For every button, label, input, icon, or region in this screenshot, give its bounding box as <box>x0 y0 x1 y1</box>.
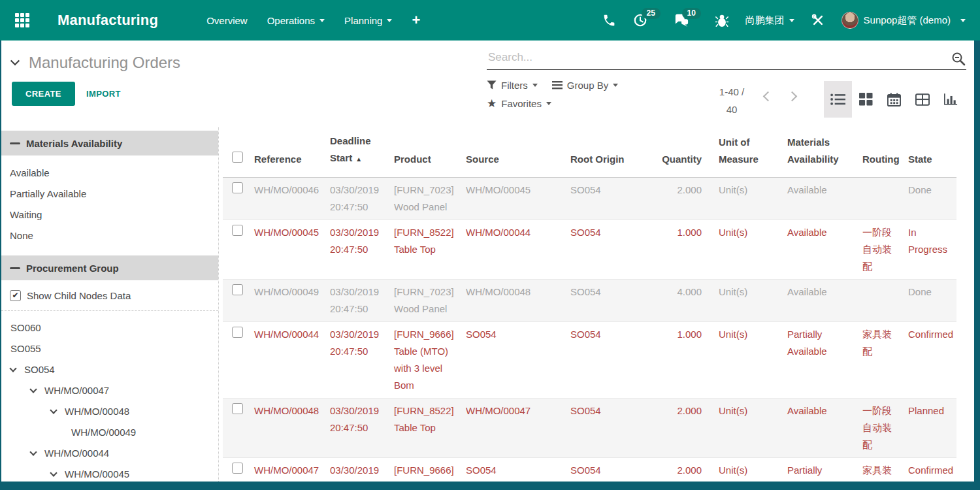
debug-button[interactable] <box>715 13 728 27</box>
tree-node[interactable]: SO055 <box>1 338 218 359</box>
cell-root_origin: SO054 <box>569 220 644 280</box>
cell-materials: Available <box>778 399 853 458</box>
column-header-deadline[interactable]: Deadline Start▲ <box>329 127 393 178</box>
show-child-nodes-checkbox-row[interactable]: ✔ Show Child Nodes Data <box>1 280 218 309</box>
technical-tools-button[interactable] <box>811 14 825 27</box>
funnel-icon <box>487 80 497 90</box>
chevron-down-icon[interactable] <box>9 365 16 372</box>
tree-node[interactable]: WH/MO/00049 <box>1 422 218 443</box>
filter-item-partially-available[interactable]: Partially Available <box>1 184 218 204</box>
pager: 1-40 / 40 <box>708 83 755 118</box>
chevron-down-icon <box>387 19 392 22</box>
tree-node[interactable]: SO060 <box>1 318 218 338</box>
menu-overview[interactable]: Overview <box>206 15 248 26</box>
table-row[interactable]: WH/MO/0004703/30/2019 20:47:50[FURN_9666… <box>223 458 956 482</box>
column-header-qty[interactable]: Quantity <box>644 127 710 178</box>
table-row[interactable]: WH/MO/0004803/30/2019 20:47:50[FURN_8522… <box>223 399 956 458</box>
column-header-source[interactable]: Source <box>465 127 569 178</box>
cell-deadline: 03/30/2019 20:47:50 <box>329 399 393 458</box>
tree-node-label: WH/MO/00049 <box>71 427 136 438</box>
cell-uom: Unit(s) <box>710 399 778 458</box>
pivot-view-icon <box>915 93 930 106</box>
voip-phone-button[interactable] <box>602 14 616 27</box>
pager-previous-button[interactable] <box>763 91 774 102</box>
section-materials-availability[interactable]: Materials Availability <box>1 131 218 155</box>
create-button[interactable]: CREATE <box>12 82 75 106</box>
tools-icon <box>811 14 825 27</box>
row-checkbox[interactable] <box>232 403 243 414</box>
view-list-button[interactable] <box>824 81 852 118</box>
tree-node[interactable]: WH/MO/00045 <box>1 464 218 482</box>
apps-grid-icon[interactable] <box>14 12 30 28</box>
cell-state: Done <box>904 280 956 322</box>
tree-node[interactable]: WH/MO/00048 <box>1 401 218 422</box>
chevron-down-icon[interactable] <box>29 448 37 455</box>
user-menu[interactable]: Sunpop超管 (demo) <box>841 12 966 29</box>
column-header-ref[interactable]: Reference <box>253 127 329 178</box>
column-header-mat[interactable]: Materials Availability <box>778 127 853 178</box>
breadcrumb[interactable]: Manufacturing Orders <box>12 54 180 72</box>
tree-node[interactable]: WH/MO/00044 <box>1 443 218 464</box>
activities-button[interactable]: 25 <box>633 13 647 27</box>
filter-item-none[interactable]: None <box>1 225 218 246</box>
chevron-down-icon <box>10 56 20 65</box>
import-button[interactable]: IMPORT <box>86 89 121 99</box>
table-row[interactable]: WH/MO/0004503/30/2019 20:47:50[FURN_8522… <box>223 220 956 280</box>
checkbox-checked[interactable]: ✔ <box>10 290 21 301</box>
table-row[interactable]: WH/MO/0004903/30/2019 20:47:50[FURN_7023… <box>223 280 956 322</box>
table-row[interactable]: WH/MO/0004603/30/2019 20:47:50[FURN_7023… <box>223 178 956 220</box>
tree-node[interactable]: WH/MO/00047 <box>1 380 218 401</box>
cell-uom: Unit(s) <box>710 280 778 322</box>
row-checkbox[interactable] <box>232 327 243 338</box>
cell-routing <box>853 178 904 220</box>
view-pivot-button[interactable] <box>908 81 936 118</box>
row-checkbox[interactable] <box>232 182 243 193</box>
column-header-root[interactable]: Root Origin <box>569 127 644 178</box>
section-procurement-group[interactable]: Procurement Group <box>1 255 218 280</box>
tree-node-label: WH/MO/00045 <box>65 468 129 480</box>
procurement-group-tree: SO060SO055SO054WH/MO/00047WH/MO/00048WH/… <box>1 315 218 482</box>
menu-planning[interactable]: Planning <box>344 15 392 26</box>
view-calendar-button[interactable] <box>880 81 908 118</box>
row-checkbox[interactable] <box>232 225 243 236</box>
cell-reference: WH/MO/00048 <box>253 399 329 458</box>
column-header-uom[interactable]: Unit of Measure <box>710 127 778 178</box>
chevron-down-icon[interactable] <box>50 469 57 476</box>
row-checkbox[interactable] <box>232 463 243 474</box>
search-magnifier-icon[interactable] <box>951 51 966 67</box>
app-title[interactable]: Manufacturing <box>57 12 158 29</box>
menu-operations[interactable]: Operations <box>267 15 325 26</box>
search-input[interactable] <box>487 48 951 69</box>
chevron-down-icon[interactable] <box>29 385 37 393</box>
chevron-down-icon[interactable] <box>50 406 57 414</box>
row-checkbox[interactable] <box>232 284 243 295</box>
graph-view-icon <box>943 93 958 106</box>
column-header-product[interactable]: Product <box>393 127 465 178</box>
select-all-cell <box>223 127 253 178</box>
cell-product: [FURN_7023] Wood Panel <box>393 178 465 220</box>
messages-button[interactable]: 10 <box>674 13 689 27</box>
view-kanban-button[interactable] <box>852 81 880 118</box>
company-switcher[interactable]: 尚鹏集团 <box>745 14 794 27</box>
column-header-routing[interactable]: Routing <box>853 127 904 178</box>
filter-item-available[interactable]: Available <box>1 163 218 184</box>
cell-state: Planned <box>904 399 956 458</box>
collapse-minus-icon <box>10 142 20 144</box>
column-header-state[interactable]: State <box>904 127 956 178</box>
cell-product: [FURN_8522] Table Top <box>393 399 465 458</box>
tree-node-label: SO055 <box>10 343 41 354</box>
filter-item-waiting[interactable]: Waiting <box>1 204 218 225</box>
add-menu-button[interactable]: + <box>412 13 420 27</box>
view-graph-button[interactable] <box>936 81 964 118</box>
row-select-cell <box>223 220 253 280</box>
filters-button[interactable]: Filters <box>487 80 538 91</box>
star-icon: ★ <box>487 98 497 109</box>
user-name: Sunpop超管 (demo) <box>864 14 951 27</box>
tree-node[interactable]: SO054 <box>1 359 218 380</box>
cell-materials: Available <box>778 220 853 280</box>
table-row[interactable]: WH/MO/0004403/30/2019 20:47:50[FURN_9666… <box>223 322 956 399</box>
favorites-button[interactable]: ★ Favorites <box>487 98 551 109</box>
group-by-button[interactable]: Group By <box>552 80 618 91</box>
select-all-checkbox[interactable] <box>232 152 243 163</box>
pager-next-button[interactable] <box>787 91 798 102</box>
